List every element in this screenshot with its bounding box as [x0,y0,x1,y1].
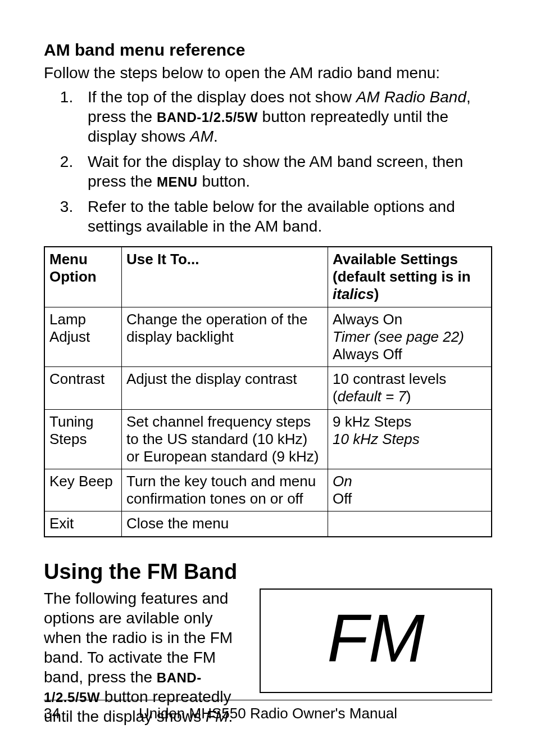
cell-menu-option: Lamp Adjust [44,307,122,367]
table-row: Contrast Adjust the display contrast 10 … [44,367,492,409]
fm-text-a: The following features and options are a… [44,590,233,686]
setting-plain: 9 kHz Steps [333,413,411,430]
setting-paren-open: ( [333,388,338,405]
setting-default: Timer (see page 22) [333,328,464,345]
step-1-italic-2: AM [190,128,214,145]
cell-settings: 10 contrast levels (default = 7) [328,367,492,409]
am-menu-table: Menu Option Use It To... Available Setti… [44,246,492,537]
table-row: Tuning Steps Set channel frequency steps… [44,409,492,469]
setting-paren-close: ) [406,388,411,405]
cell-menu-option: Tuning Steps [44,409,122,469]
cell-use: Adjust the display contrast [122,367,328,409]
cell-use: Close the menu [122,511,328,537]
setting-default: On [333,473,352,490]
subheading-am-menu: AM band menu reference [44,40,492,60]
cell-settings: Always On Timer (see page 22) Always Off [328,307,492,367]
setting-plain: Always Off [333,346,402,363]
step-1-button-label: BAND-1/2.5/5W [157,110,258,125]
setting-plain: Always On [333,311,402,328]
step-1-text-a: If the top of the display does not show [88,88,356,106]
step-3: Refer to the table below for the availab… [78,197,492,236]
table-row: Lamp Adjust Change the operation of the … [44,307,492,367]
setting-default: default = 7 [338,388,406,405]
page-footer: 34 Uniden MHS550 Radio Owner's Manual [44,700,492,722]
cell-use: Set channel frequency steps to the US st… [122,409,328,469]
th-available-settings: Available Settings (default setting is i… [328,247,492,307]
cell-settings [328,511,492,537]
table-row: Exit Close the menu [44,511,492,537]
setting-plain: Off [333,490,352,507]
step-2-button-label: MENU [157,174,198,189]
setting-default: 10 kHz Steps [333,431,420,447]
cell-menu-option: Contrast [44,367,122,409]
step-2-text-a: Wait for the display to show the AM band… [88,153,463,190]
page-number: 34 [44,705,78,722]
cell-use: Change the operation of the display back… [122,307,328,367]
step-2: Wait for the display to show the AM band… [78,152,492,191]
table-header-row: Menu Option Use It To... Available Setti… [44,247,492,307]
heading-fm-band: Using the FM Band [44,560,492,584]
fm-display-box: FM [260,588,492,693]
th-use-it-to: Use It To... [122,247,328,307]
step-1-italic-1: AM Radio Band [356,88,466,106]
footer-title: Uniden MHS550 Radio Owner's Manual [78,705,492,722]
step-2-text-b: button. [198,173,250,190]
steps-list: If the top of the display does not show … [44,87,492,236]
setting-plain: 10 contrast levels [333,370,446,387]
cell-settings: On Off [328,469,492,511]
th-avail-pre: Available Settings (default setting is i… [333,251,471,285]
table-row: Key Beep Turn the key touch and menu con… [44,469,492,511]
intro-text: Follow the steps below to open the AM ra… [44,63,492,83]
th-avail-post: ) [374,286,379,302]
step-1-text-d: . [214,128,218,145]
th-menu-option: Menu Option [44,247,122,307]
cell-menu-option: Key Beep [44,469,122,511]
document-page: AM band menu reference Follow the steps … [0,0,536,756]
step-1: If the top of the display does not show … [78,87,492,146]
cell-use: Turn the key touch and menu confirmation… [122,469,328,511]
th-avail-italic: italics [333,286,374,302]
cell-menu-option: Exit [44,511,122,537]
cell-settings: 9 kHz Steps 10 kHz Steps [328,409,492,469]
